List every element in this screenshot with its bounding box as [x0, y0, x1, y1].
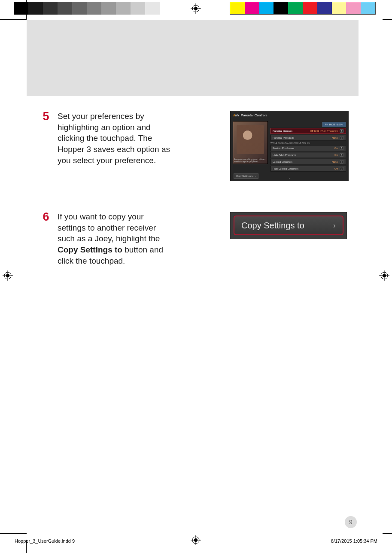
clock-widget: Fri 10/23 6:50p: [322, 122, 346, 127]
instruction-step: 6 If you want to copy your settings to a…: [34, 211, 361, 266]
settings-row[interactable]: Hide Locked Channels Off ?: [270, 166, 346, 172]
chevron-right-icon: ›: [255, 175, 256, 177]
screen-title: Parental Controls: [241, 113, 267, 117]
grayscale-step-wedge: [14, 2, 160, 15]
dish-logo: dsh Parental Controls: [233, 113, 267, 117]
thumbnail-caption: Ensures everything your children watch i…: [234, 158, 267, 163]
copy-settings-mini-button[interactable]: Copy Settings to›: [234, 173, 258, 179]
step-text: Set your preferences by highlighting an …: [58, 111, 170, 166]
crop-mark: [383, 533, 392, 534]
settings-row[interactable]: Locked Channels None ?: [270, 159, 346, 165]
registration-mark-icon: [191, 3, 201, 14]
settings-row[interactable]: Hide Adult Programs On ?: [270, 152, 346, 158]
step-illustration: dsh Parental Controls Fri 10/23 6:50p En…: [170, 111, 361, 181]
help-icon[interactable]: ?: [340, 146, 344, 150]
help-icon[interactable]: ?: [340, 167, 344, 170]
parental-controls-screenshot: dsh Parental Controls Fri 10/23 6:50p En…: [230, 111, 349, 181]
copy-settings-button-closeup: Copy Settings to ›: [230, 212, 347, 239]
settings-list: Parental Controls Off Until I Turn Them …: [270, 128, 346, 173]
step-text: If you want to copy your settings to ano…: [58, 211, 170, 266]
step-illustration: Copy Settings to ›: [170, 211, 361, 239]
help-icon[interactable]: ?: [340, 136, 344, 140]
source-filename: Hopper_3_UserGuide.indd 9: [15, 538, 75, 544]
instruction-step: 5 Set your preferences by highlighting a…: [34, 111, 361, 181]
page-content: 5 Set your preferences by highlighting a…: [34, 111, 361, 296]
section-label: WHILE PARENTAL CONTROLS ARE ON: [270, 142, 346, 144]
help-icon[interactable]: ?: [340, 129, 344, 133]
button-label: Copy Settings to: [241, 221, 304, 231]
settings-row[interactable]: Parental Passcode None ?: [270, 135, 346, 141]
registration-mark-icon: [3, 270, 13, 281]
family-photo-thumbnail: Ensures everything your children watch i…: [233, 121, 268, 164]
chevron-right-icon: ›: [333, 221, 336, 230]
crop-mark: [0, 19, 27, 20]
step-number: 6: [34, 211, 58, 223]
chapter-header-block: [27, 20, 359, 96]
print-timestamp: 8/17/2015 1:05:34 PM: [331, 538, 377, 544]
chevron-down-icon: ⌄: [288, 175, 291, 179]
crop-mark: [0, 533, 27, 534]
crop-mark: [383, 19, 392, 20]
settings-row[interactable]: Restrict Purchases On ?: [270, 145, 346, 151]
registration-mark-icon: [379, 270, 389, 281]
process-color-bars: [230, 2, 376, 15]
copy-settings-button[interactable]: Copy Settings to ›: [234, 216, 343, 235]
print-slug-line: Hopper_3_UserGuide.indd 9 8/17/2015 1:05…: [15, 538, 377, 545]
step-number: 5: [34, 111, 58, 122]
settings-row[interactable]: Parental Controls Off Until I Turn Them …: [270, 128, 346, 134]
help-icon[interactable]: ?: [340, 153, 344, 157]
crop-mark: [26, 0, 27, 20]
page-number: 9: [345, 516, 357, 528]
help-icon[interactable]: ?: [340, 160, 344, 164]
